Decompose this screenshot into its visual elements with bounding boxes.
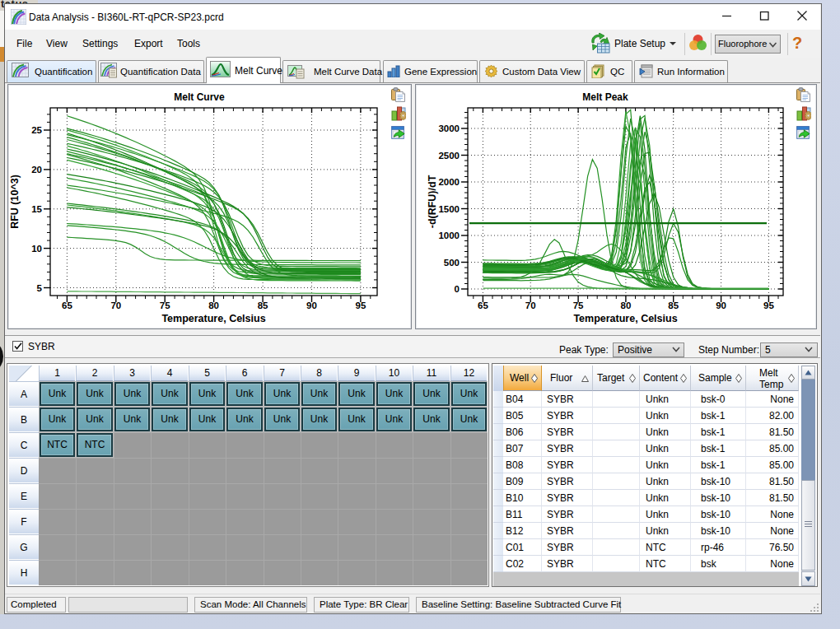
svg-text:85: 85 — [258, 301, 268, 310]
svg-text:Melt Peak: Melt Peak — [582, 91, 628, 103]
svg-text:75: 75 — [573, 301, 584, 310]
svg-text:95: 95 — [356, 301, 366, 310]
svg-text:65: 65 — [62, 301, 72, 310]
svg-text:85: 85 — [668, 301, 679, 310]
svg-text:25: 25 — [31, 125, 42, 135]
svg-text:80: 80 — [621, 301, 632, 310]
svg-text:15: 15 — [31, 204, 42, 214]
svg-text:0: 0 — [455, 284, 460, 294]
svg-text:2500: 2500 — [438, 151, 460, 161]
svg-text:1000: 1000 — [438, 231, 460, 240]
svg-text:500: 500 — [444, 258, 460, 268]
svg-text:5: 5 — [37, 283, 43, 293]
svg-text:90: 90 — [306, 301, 317, 310]
svg-text:-d(RFU)/dT: -d(RFU)/dT — [427, 175, 438, 228]
svg-text:Melt Curve: Melt Curve — [174, 91, 225, 103]
svg-text:Temperature, Celsius: Temperature, Celsius — [573, 313, 677, 324]
svg-text:70: 70 — [525, 301, 536, 310]
svg-text:10: 10 — [31, 244, 42, 254]
svg-text:1500: 1500 — [438, 204, 460, 214]
svg-text:95: 95 — [763, 301, 774, 310]
svg-text:Temperature, Celsius: Temperature, Celsius — [161, 313, 265, 324]
svg-text:80: 80 — [208, 301, 219, 310]
svg-text:RFU (10^3): RFU (10^3) — [9, 175, 21, 229]
svg-text:75: 75 — [160, 301, 170, 310]
svg-text:90: 90 — [716, 301, 726, 310]
svg-text:3000: 3000 — [438, 123, 460, 133]
svg-text:65: 65 — [478, 301, 488, 310]
svg-text:2000: 2000 — [438, 177, 460, 187]
svg-text:20: 20 — [31, 165, 42, 175]
svg-text:70: 70 — [110, 301, 121, 310]
